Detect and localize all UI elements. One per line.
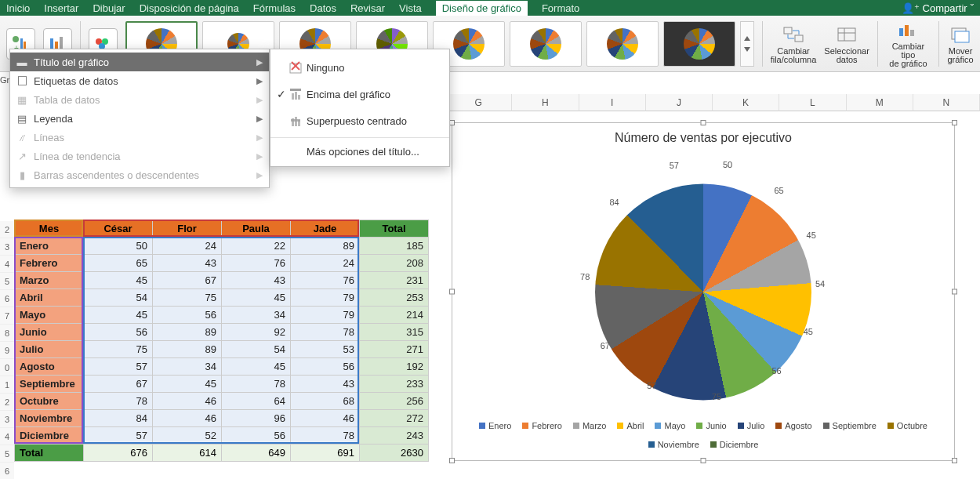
value-cell[interactable]: 89 (291, 238, 360, 255)
legend-item[interactable]: Diciembre (710, 440, 759, 449)
seleccionar-datos-button[interactable]: Seleccionar datos (824, 24, 869, 64)
submenu-mas-opciones[interactable]: Más opciones del título... (270, 141, 449, 161)
value-cell[interactable]: 79 (291, 307, 360, 324)
hdr-cesar[interactable]: César (84, 220, 153, 238)
chart-legend[interactable]: EneroFebreroMarzoAbrilMayoJunioJulioAgos… (452, 421, 954, 449)
value-cell[interactable]: 78 (222, 376, 291, 393)
value-cell[interactable]: 45 (84, 272, 153, 289)
value-cell[interactable]: 76 (222, 255, 291, 272)
col-header[interactable]: I (579, 94, 646, 111)
month-cell[interactable]: Noviembre (15, 410, 84, 427)
tab-revisar[interactable]: Revisar (350, 2, 385, 14)
submenu-superpuesto[interactable]: Superpuesto centrado (270, 107, 449, 134)
month-cell[interactable]: Mayo (15, 307, 84, 324)
legend-item[interactable]: Abril (617, 421, 644, 430)
tab-formulas[interactable]: Fórmulas (253, 2, 296, 14)
col-header[interactable]: L (779, 94, 846, 111)
menu-leyenda[interactable]: ▤Leyenda▶ (10, 109, 269, 128)
value-cell[interactable]: 75 (153, 289, 222, 307)
row-total-cell[interactable]: 214 (360, 307, 429, 324)
value-cell[interactable]: 76 (291, 272, 360, 289)
legend-item[interactable]: Octubre (887, 421, 927, 430)
col-header[interactable]: G (445, 94, 512, 111)
value-cell[interactable]: 45 (84, 307, 153, 324)
value-cell[interactable]: 96 (222, 410, 291, 427)
mover-grafico-button[interactable]: Mover gráfico (947, 24, 974, 64)
resize-handle[interactable] (449, 120, 455, 125)
value-cell[interactable]: 92 (222, 324, 291, 341)
legend-item[interactable]: Junio (696, 421, 726, 430)
share-button[interactable]: 👤⁺ Compartir ˇ (902, 2, 974, 14)
resize-handle[interactable] (952, 120, 957, 125)
legend-item[interactable]: Enero (479, 421, 511, 430)
submenu-ninguno[interactable]: Ninguno (270, 54, 449, 81)
value-cell[interactable]: 54 (84, 289, 153, 307)
value-cell[interactable]: 79 (291, 289, 360, 307)
row-total-cell[interactable]: 208 (360, 255, 429, 272)
row-total-cell[interactable]: 315 (360, 324, 429, 341)
col-header[interactable]: H (512, 94, 579, 111)
row-total-cell[interactable]: 231 (360, 272, 429, 289)
row-header[interactable]: 2 (0, 221, 14, 238)
value-cell[interactable]: 78 (291, 427, 360, 445)
value-cell[interactable]: 56 (291, 358, 360, 376)
col-header[interactable]: J (646, 94, 713, 111)
value-cell[interactable]: 53 (291, 341, 360, 358)
row-total-cell[interactable]: 192 (360, 358, 429, 376)
value-cell[interactable]: 46 (153, 410, 222, 427)
resize-handle[interactable] (701, 120, 706, 125)
row-header[interactable]: 7 (0, 307, 14, 325)
tab-disposicion[interactable]: Disposición de página (140, 2, 239, 14)
value-cell[interactable]: 56 (222, 427, 291, 445)
value-cell[interactable]: 67 (84, 376, 153, 393)
value-cell[interactable]: 84 (84, 410, 153, 427)
legend-item[interactable]: Noviembre (648, 440, 699, 449)
col-header[interactable]: N (913, 94, 980, 111)
row-header[interactable]: 8 (0, 325, 14, 342)
col-header[interactable]: M (847, 94, 913, 111)
value-cell[interactable]: 68 (291, 393, 360, 410)
style-thumb-7[interactable] (586, 21, 659, 67)
row-header[interactable]: 5 (0, 445, 14, 463)
tab-vista[interactable]: Vista (399, 2, 422, 14)
style-thumb-6[interactable] (510, 21, 582, 67)
row-total-cell[interactable]: 272 (360, 410, 429, 427)
row-header[interactable]: 3 (0, 411, 14, 428)
resize-handle[interactable] (952, 289, 957, 295)
value-cell[interactable]: 78 (291, 324, 360, 341)
row-header[interactable]: 0 (0, 359, 14, 376)
tab-diseno-grafico[interactable]: Diseño de gráfico (436, 1, 528, 16)
cambiar-tipo-button[interactable]: Cambiar tipo de gráfico (886, 19, 931, 68)
value-cell[interactable]: 45 (153, 376, 222, 393)
value-cell[interactable]: 65 (84, 255, 153, 272)
resize-handle[interactable] (952, 458, 957, 463)
col-header[interactable]: K (713, 94, 779, 111)
value-cell[interactable]: 43 (153, 255, 222, 272)
tab-dibujar[interactable]: Dibujar (93, 2, 125, 14)
value-cell[interactable]: 43 (222, 272, 291, 289)
hdr-flor[interactable]: Flor (153, 220, 222, 238)
value-cell[interactable]: 56 (84, 324, 153, 341)
value-cell[interactable]: 64 (222, 393, 291, 410)
row-header[interactable]: 1 (0, 376, 14, 394)
value-cell[interactable]: 24 (291, 255, 360, 272)
cambiar-fila-button[interactable]: Cambiar fila/columna (771, 24, 817, 64)
value-cell[interactable]: 22 (222, 238, 291, 255)
value-cell[interactable]: 46 (153, 393, 222, 410)
month-cell[interactable]: Junio (15, 324, 84, 341)
row-header[interactable]: 2 (0, 394, 14, 411)
month-cell[interactable]: Octubre (15, 393, 84, 410)
legend-item[interactable]: Mayo (655, 421, 685, 430)
resize-handle[interactable] (449, 458, 455, 463)
total-paula[interactable]: 649 (222, 445, 291, 462)
submenu-encima[interactable]: ✓Encima del gráfico (270, 81, 449, 107)
tab-datos[interactable]: Datos (310, 2, 336, 14)
row-header[interactable]: 4 (0, 428, 14, 445)
legend-item[interactable]: Febrero (522, 421, 562, 430)
row-header[interactable]: 5 (0, 273, 14, 290)
total-flor[interactable]: 614 (153, 445, 222, 462)
tab-formato[interactable]: Formato (542, 2, 579, 14)
chart-title[interactable]: Número de ventas por ejecutivo (452, 131, 954, 145)
month-cell[interactable]: Enero (15, 238, 84, 255)
resize-handle[interactable] (701, 458, 706, 463)
